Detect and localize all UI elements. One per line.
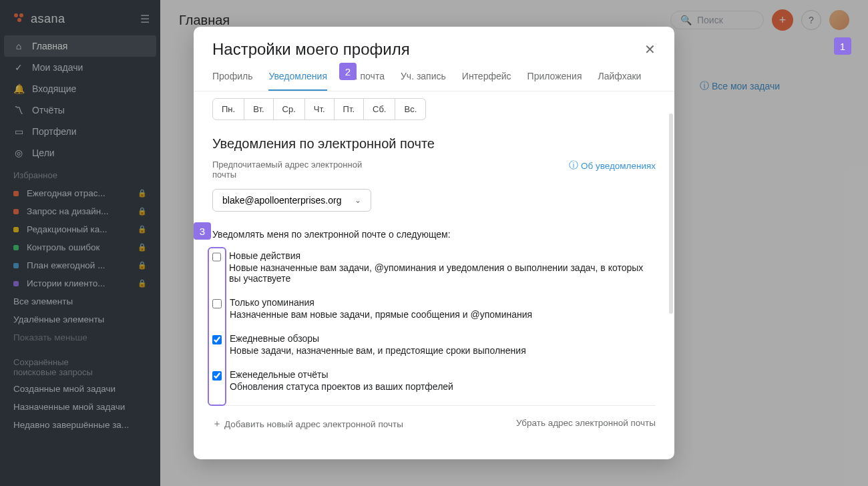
email-value: blake@apolloenterprises.org [222, 195, 341, 206]
notify-label: Уведомлять меня по электронной почте о с… [212, 229, 656, 240]
add-email-button[interactable]: ＋Добавить новый адрес электронной почты [212, 418, 403, 430]
email-notifications-heading: Уведомления по электронной почте [212, 136, 656, 152]
option-title: Новые действия [229, 250, 656, 261]
annotation-border-3 [208, 247, 226, 406]
tab-display[interactable]: Интерфейс [462, 68, 511, 91]
day-toggle[interactable]: Ср. [274, 98, 305, 120]
tab-hacks[interactable]: Лайфхаки [598, 68, 641, 91]
divider [212, 405, 656, 406]
dnd-days: Пн.Вт.Ср.Чт.Пт.Сб.Вс. [212, 98, 656, 120]
add-email-label: Добавить новый адрес электронной почты [224, 419, 403, 429]
tab-notifications[interactable]: Уведомления [268, 68, 327, 91]
annotation-badge-2: 2 [339, 63, 357, 80]
option-title: Еженедельные отчёты [230, 369, 453, 380]
notification-option: Еженедельные отчётыОбновления статуса пр… [212, 369, 656, 392]
remove-email-button[interactable]: Убрать адрес электронной почты [516, 418, 656, 430]
day-toggle[interactable]: Пт. [335, 98, 364, 120]
day-toggle[interactable]: Сб. [364, 98, 395, 120]
notification-option: Только упоминанияНазначенные вам новые з… [212, 297, 656, 320]
option-desc: Обновления статуса проектов из ваших пор… [230, 381, 453, 392]
email-select[interactable]: blake@apolloenterprises.org ⌄ [212, 189, 371, 212]
close-icon[interactable]: ✕ [644, 41, 656, 57]
option-title: Только упоминания [230, 297, 532, 308]
modal-scrollbar[interactable] [669, 113, 673, 314]
modal-tabs: Профиль Уведомления Эл. почта Уч. запись… [194, 68, 674, 91]
annotation-badge-1: 1 [834, 37, 851, 55]
day-toggle[interactable]: Вс. [395, 98, 426, 120]
modal-title: Настройки моего профиля [212, 40, 410, 59]
profile-settings-modal: Настройки моего профиля ✕ Профиль Уведом… [194, 27, 674, 459]
day-toggle[interactable]: Пн. [212, 98, 244, 120]
tab-account[interactable]: Уч. запись [401, 68, 446, 91]
about-notifications-link[interactable]: ⓘОб уведомлениях [569, 160, 656, 172]
option-desc: Назначенные вам новые задачи, прямые соо… [230, 309, 532, 320]
annotation-badge-3: 3 [194, 222, 211, 240]
option-title: Ежедневные обзоры [230, 333, 526, 344]
plus-icon: ＋ [212, 418, 222, 430]
notification-option: Ежедневные обзорыНовые задачи, назначенн… [212, 333, 656, 356]
option-desc: Новые назначенные вам задачи, @упоминани… [229, 262, 656, 284]
option-desc: Новые задачи, назначенные вам, и предсто… [230, 345, 526, 356]
tab-apps[interactable]: Приложения [527, 68, 582, 91]
chevron-down-icon: ⌄ [355, 196, 361, 205]
notification-option: Новые действияНовые назначенные вам зада… [212, 250, 656, 284]
day-toggle[interactable]: Вт. [244, 98, 273, 120]
preferred-email-label: Предпочитаемый адрес электронной почты [212, 160, 386, 180]
about-link-label: Об уведомлениях [581, 161, 656, 171]
day-toggle[interactable]: Чт. [305, 98, 335, 120]
info-icon: ⓘ [569, 160, 578, 172]
tab-profile[interactable]: Профиль [212, 68, 252, 91]
